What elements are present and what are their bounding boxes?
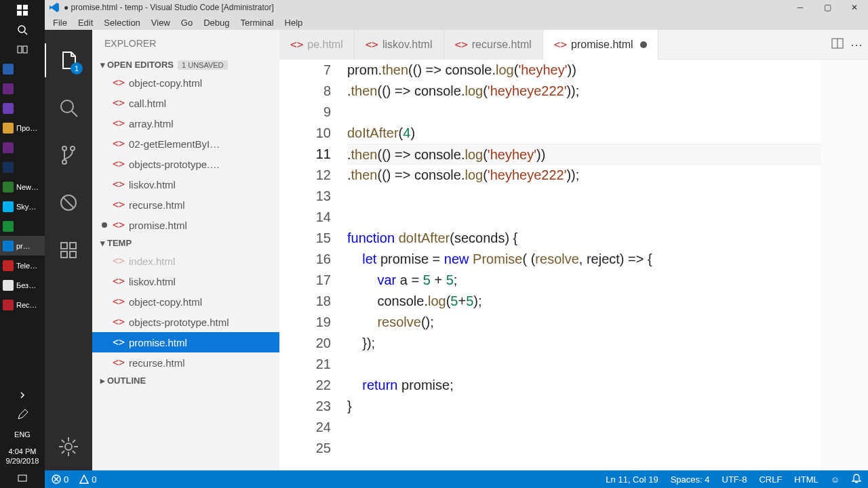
taskbar-app[interactable] [0,98,45,118]
svg-point-12 [62,160,66,164]
taskbar-clock[interactable]: 4:04 PM9/29/2018 [0,444,45,468]
language-indicator[interactable]: ENG [0,424,45,444]
taskbar-app[interactable] [0,216,45,236]
svg-rect-0 [17,5,22,9]
explorer-sidebar: EXPLORER ▾ OPEN EDITORS 1 UNSAVED <>obje… [92,30,279,470]
sidebar-title: EXPLORER [92,30,279,57]
tray-pen-icon[interactable] [0,405,45,424]
editor-tab[interactable]: <>recurse.html [444,30,543,60]
minimize-button[interactable]: ─ [787,0,814,15]
feedback-icon[interactable]: ☺ [831,474,840,485]
git-activity[interactable] [52,138,85,172]
svg-rect-8 [18,475,26,481]
folder-header[interactable]: ▾TEMP [92,235,279,251]
taskbar-app[interactable]: New… [0,177,45,197]
problems-errors[interactable]: 0 [52,474,68,485]
encoding[interactable]: UTF-8 [722,474,747,485]
menu-terminal[interactable]: Terminal [235,16,279,29]
taskbar-app[interactable]: Про… [0,118,45,138]
extensions-activity[interactable] [52,233,85,267]
code-editor[interactable]: 78910111213141516171819202122232425 prom… [279,60,868,470]
open-editor-item[interactable]: <>promise.html [92,215,279,235]
windows-taskbar: Про… New… Sky… pr… Tele… Без… Rec… ENG 4… [0,0,45,488]
indentation[interactable]: Spaces: 4 [671,474,710,485]
search-icon[interactable] [0,20,45,39]
taskbar-app[interactable]: Без… [0,275,45,295]
more-actions-icon[interactable]: ⋯ [850,37,863,52]
editor-tab[interactable]: <>liskov.html [355,30,444,60]
open-editor-item[interactable]: <>liskov.html [92,174,279,195]
debug-activity[interactable] [52,186,85,220]
taskbar-app[interactable] [0,79,45,98]
open-editor-item[interactable]: <>02-getElementByI… [92,134,279,154]
svg-point-13 [71,146,75,150]
svg-point-11 [62,146,66,150]
menu-file[interactable]: File [47,16,73,29]
statusbar: 0 0 Ln 11, Col 19 Spaces: 4 UTF-8 CRLF H… [45,470,868,488]
language-mode[interactable]: HTML [794,474,818,485]
titlebar: ● promise.html - temp - Visual Studio Co… [45,0,868,15]
file-item[interactable]: <>promise.html [92,332,279,352]
tray-chevron-icon[interactable] [0,385,45,405]
open-editor-item[interactable]: <>object-copy.html [92,73,279,93]
eol[interactable]: CRLF [759,474,782,485]
editor-tab[interactable]: <>pe.html [279,30,355,60]
menu-selection[interactable]: Selection [98,16,145,29]
search-activity[interactable] [52,91,85,125]
open-editors-header[interactable]: ▾ OPEN EDITORS 1 UNSAVED [92,57,279,73]
file-item[interactable]: <>liskov.html [92,271,279,291]
svg-point-9 [61,100,73,113]
menu-go[interactable]: Go [176,16,198,29]
settings-activity[interactable] [52,430,85,464]
taskbar-app-vscode[interactable]: pr… [0,236,45,256]
taskbar-app[interactable] [0,157,45,177]
vscode-logo-icon [49,2,60,13]
svg-rect-2 [17,11,22,16]
taskbar-app[interactable]: Rec… [0,295,45,314]
menu-help[interactable]: Help [279,16,309,29]
split-editor-icon[interactable] [831,37,844,52]
activity-bar: 1 [45,30,92,470]
task-view-icon[interactable] [0,39,45,59]
maximize-button[interactable]: ▢ [814,0,841,15]
taskbar-app[interactable]: Tele… [0,256,45,275]
svg-line-5 [24,32,27,35]
editor-area: <>pe.html<>liskov.html<>recurse.html<>pr… [279,30,868,470]
svg-rect-1 [23,5,28,9]
file-item[interactable]: <>object-copy.html [92,291,279,312]
menu-view[interactable]: View [146,16,176,29]
svg-point-20 [65,443,72,450]
notifications-bell-icon[interactable] [852,474,861,485]
open-editor-item[interactable]: <>objects-prototype.… [92,154,279,174]
file-item[interactable]: <>recurse.html [92,352,279,373]
svg-rect-3 [23,11,28,16]
svg-line-10 [72,111,77,117]
close-button[interactable]: ✕ [841,0,868,15]
editor-tab[interactable]: <>promise.html [543,30,658,60]
notifications-icon[interactable] [0,468,45,488]
open-editor-item[interactable]: <>call.html [92,93,279,113]
vscode-window: ● promise.html - temp - Visual Studio Co… [45,0,868,488]
file-item[interactable]: <>objects-prototype.html [92,312,279,332]
menubar: File Edit Selection View Go Debug Termin… [45,15,868,30]
problems-warnings[interactable]: 0 [79,474,96,485]
svg-point-4 [18,26,25,33]
minimap[interactable] [821,60,868,470]
outline-header[interactable]: ▸OUTLINE [92,373,279,388]
explorer-activity[interactable]: 1 [52,43,85,77]
taskbar-app[interactable] [0,138,45,157]
menu-edit[interactable]: Edit [73,16,98,29]
taskbar-app[interactable]: Sky… [0,197,45,216]
badge: 1 [71,62,83,75]
open-editor-item[interactable]: <>recurse.html [92,195,279,215]
svg-rect-18 [61,251,67,258]
editor-tabs: <>pe.html<>liskov.html<>recurse.html<>pr… [279,30,868,60]
taskbar-app[interactable] [0,59,45,79]
svg-line-15 [63,197,74,208]
menu-debug[interactable]: Debug [198,16,235,29]
file-item[interactable]: <>index.html [92,251,279,271]
start-button[interactable] [0,0,45,20]
svg-rect-6 [18,46,22,53]
open-editor-item[interactable]: <>array.html [92,113,279,134]
cursor-position[interactable]: Ln 11, Col 19 [606,474,658,485]
